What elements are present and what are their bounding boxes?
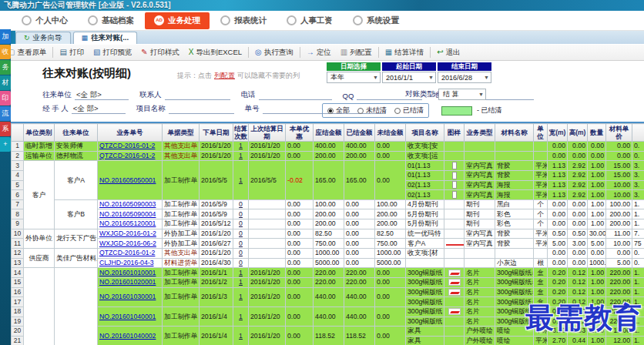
doc-number[interactable]: NO.201601030001 (98, 287, 163, 306)
exit-icon: ↩ (437, 49, 443, 56)
ribbon-tab-报表统计[interactable]: 报表统计 (211, 12, 276, 29)
ribbon-tab-基础档案[interactable]: 基础档案 (79, 12, 143, 29)
doc-number[interactable]: QTZCD-2016-01-2 (98, 249, 163, 259)
date-filter-select-日期选择[interactable]: 本年▼ (327, 72, 381, 83)
toolbar-button-打印[interactable]: ▤打印 (55, 46, 88, 59)
filter-input-电话[interactable] (259, 90, 332, 100)
side-tab-收[interactable]: 收 (0, 45, 11, 59)
receivable-amount: 200.00 (314, 219, 344, 229)
partner-unit: 德邦物流 (55, 151, 98, 161)
amount-partial: 1. (632, 277, 644, 287)
date-filter-select-结束日期[interactable]: 2016/6/28▼ (438, 72, 491, 83)
image-sample (444, 327, 465, 337)
doc-tab-业务向导[interactable]: ↻业务向导 (15, 32, 71, 44)
settle-count[interactable]: 0 (233, 199, 249, 209)
toolbar-button-打印预览[interactable]: ▧打印预览 (89, 46, 136, 59)
settle-count[interactable]: 0 (233, 209, 249, 219)
width-m: 1.13 (548, 190, 568, 200)
material-name: 海报 (495, 190, 534, 200)
unsettled-amount: 5000.00 (375, 258, 406, 268)
side-tab-加[interactable]: 加 (0, 29, 11, 44)
column-header-unsettled-amount: 未结金额 (375, 124, 406, 142)
toolbar-button-退出[interactable]: ↩退出 (432, 46, 465, 59)
side-tab-系[interactable]: 系 (0, 122, 11, 136)
settle-count[interactable]: 0 (233, 249, 249, 259)
settle-count[interactable]: 1 (233, 306, 249, 326)
settle-count[interactable]: 1 (233, 161, 249, 200)
ribbon-tab-系统设置[interactable]: 系统设置 (344, 12, 408, 29)
toolbar-button-label: 列配置 (350, 48, 372, 58)
doc-number[interactable]: NO.201601020001 (98, 277, 163, 287)
material-price: 15.00 (606, 161, 632, 171)
side-tab-流[interactable]: 流 (0, 106, 11, 121)
toolbar-button-导出到EXCEL[interactable]: X导出到EXCEL (184, 46, 247, 59)
height-m: 2.92 (568, 170, 588, 180)
side-tab-印[interactable]: 印 (0, 91, 11, 106)
doc-number[interactable]: NO.201605090003 (98, 199, 163, 209)
doc-number[interactable]: NO.201605050001 (98, 161, 163, 200)
settle-count[interactable]: 1 (233, 142, 249, 152)
ribbon-tab-个人中心[interactable]: 个人中心 (12, 12, 77, 29)
doc-number[interactable]: WXJGD-2016-06-2 (98, 239, 163, 249)
doc-number[interactable]: NO.201605090004 (98, 209, 163, 219)
doc-number[interactable]: QTZCD-2016-01-2 (98, 151, 163, 161)
side-tab-材[interactable]: 材 (0, 75, 11, 90)
table-row: 11WXJGD-2016-06-2外协加工单2016/6/2700.00750.… (12, 239, 644, 249)
unit: 盒 (534, 277, 548, 287)
side-tab-+[interactable]: + (0, 137, 11, 152)
settle-count[interactable]: 1 (233, 268, 249, 278)
radio-option-未结清[interactable]: 未结清 (357, 106, 387, 116)
toolbar-button-结算详情[interactable]: ▦结算详情 (381, 46, 428, 59)
ribbon-tab-业务处理[interactable]: AD业务处理 (145, 12, 210, 29)
unsettled-amount: 0.00 (375, 306, 406, 326)
doc-number[interactable]: CLJHD-2016-04-3 (98, 258, 163, 268)
doc-number[interactable]: QTZCD-2016-01-2 (98, 142, 163, 152)
doc-number[interactable]: NO.201605120001 (98, 219, 163, 229)
unit-category: 运输单位 (24, 151, 55, 161)
column-header-project-name: 项目名称 (406, 124, 444, 142)
date-filter-select-起始日期[interactable]: 2016/1/1▼ (382, 72, 436, 83)
settle-count[interactable]: 0 (233, 219, 249, 229)
filter-input-项目名称[interactable] (169, 104, 234, 114)
material-price: 220.00 (606, 287, 632, 297)
material-price: 5.00 (606, 258, 632, 268)
radio-label: 全部 (336, 106, 350, 116)
project-name: 300g铜版纸 (406, 297, 444, 307)
column-header-partner-unit: 往来单位 (55, 124, 98, 142)
doc-type: 加工制作单 (163, 287, 200, 306)
doc-number[interactable]: NO.201601040002 (98, 327, 163, 345)
last-settle-date (249, 258, 286, 268)
settle-count[interactable]: 0 (233, 258, 249, 268)
material-price: 220.00 (606, 277, 632, 287)
date-filter-header: 起始日期 (382, 62, 436, 71)
doc-number[interactable]: WXJGD-2016-01-2 (98, 229, 163, 239)
reconcile-type-select[interactable]: 结 算 ▼ (438, 89, 486, 100)
settle-count[interactable]: 1 (233, 287, 249, 306)
radio-option-已结清[interactable]: 已结清 (394, 106, 424, 116)
ribbon-tab-人事工资[interactable]: 人事工资 (277, 12, 342, 29)
settle-count[interactable]: 0 (233, 239, 249, 249)
last-settle-date: 2016/1/20 (249, 287, 286, 306)
doc-number[interactable]: NO.201601040001 (98, 306, 163, 326)
date-filter-block: 日期选择本年▼起始日期2016/1/1▼结束日期2016/6/28▼ (327, 62, 491, 83)
doc-tab-往来对账(...[interactable]: ▦往来对账(... (73, 32, 138, 44)
column-config-link[interactable]: 列配置 (214, 72, 235, 79)
filter-input-往来单位[interactable]: <全 部> (75, 90, 129, 100)
toolbar-button-打印样式[interactable]: ✎打印样式 (136, 46, 183, 59)
side-tab-务[interactable]: 务 (0, 60, 11, 75)
filter-input-经 手 人[interactable]: <全 部> (72, 104, 126, 114)
settled-amount: 0.00 (344, 249, 375, 259)
settle-count[interactable]: 0 (233, 229, 249, 239)
image-sample (444, 209, 465, 219)
settle-count[interactable]: 1 (233, 277, 249, 287)
filter-input-联系人[interactable] (165, 90, 230, 100)
quantity: 1.00 (588, 219, 606, 229)
material-price: 0.00 (606, 249, 632, 259)
toolbar-button-列配置[interactable]: ▥列配置 (336, 46, 377, 59)
settle-count[interactable]: 1 (233, 151, 249, 161)
doc-number[interactable]: NO.201601010001 (98, 268, 163, 278)
settle-count[interactable]: 1 (233, 327, 249, 345)
radio-option-全部[interactable]: 全部 (327, 106, 350, 116)
toolbar-button-定位[interactable]: →定位 (302, 46, 336, 59)
toolbar-button-执行查询[interactable]: ◎执行查询 (250, 46, 298, 59)
